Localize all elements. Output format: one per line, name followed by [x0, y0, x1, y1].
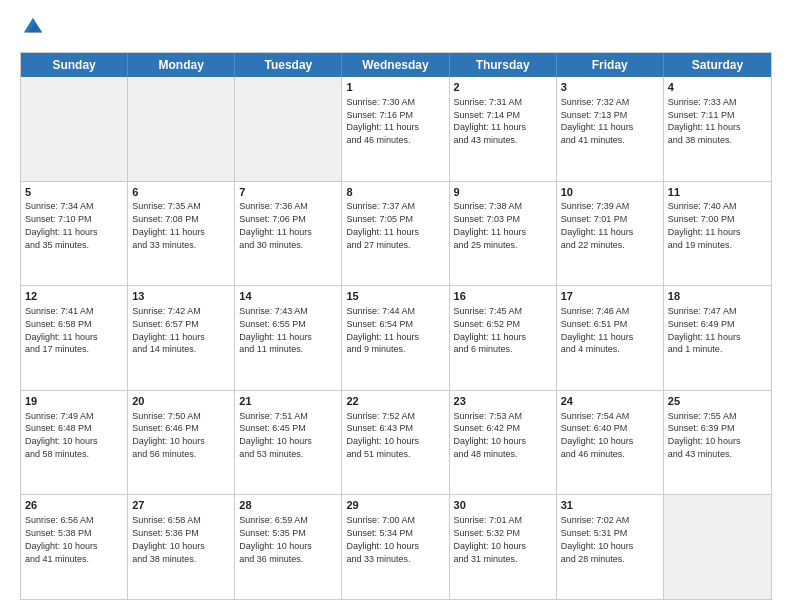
day-cell-23: 23Sunrise: 7:53 AM Sunset: 6:42 PM Dayli…: [450, 391, 557, 495]
day-info: Sunrise: 7:49 AM Sunset: 6:48 PM Dayligh…: [25, 411, 98, 459]
day-number: 10: [561, 185, 659, 200]
day-cell-9: 9Sunrise: 7:38 AM Sunset: 7:03 PM Daylig…: [450, 182, 557, 286]
day-cell-6: 6Sunrise: 7:35 AM Sunset: 7:08 PM Daylig…: [128, 182, 235, 286]
calendar-row-2: 12Sunrise: 7:41 AM Sunset: 6:58 PM Dayli…: [21, 285, 771, 390]
day-info: Sunrise: 7:45 AM Sunset: 6:52 PM Dayligh…: [454, 306, 527, 354]
day-info: Sunrise: 7:01 AM Sunset: 5:32 PM Dayligh…: [454, 515, 527, 563]
day-number: 13: [132, 289, 230, 304]
day-cell-26: 26Sunrise: 6:56 AM Sunset: 5:38 PM Dayli…: [21, 495, 128, 599]
day-number: 15: [346, 289, 444, 304]
weekday-header-sunday: Sunday: [21, 53, 128, 77]
day-cell-28: 28Sunrise: 6:59 AM Sunset: 5:35 PM Dayli…: [235, 495, 342, 599]
day-info: Sunrise: 7:35 AM Sunset: 7:08 PM Dayligh…: [132, 201, 205, 249]
day-info: Sunrise: 7:54 AM Sunset: 6:40 PM Dayligh…: [561, 411, 634, 459]
day-cell-3: 3Sunrise: 7:32 AM Sunset: 7:13 PM Daylig…: [557, 77, 664, 181]
calendar-row-0: 1Sunrise: 7:30 AM Sunset: 7:16 PM Daylig…: [21, 77, 771, 181]
day-info: Sunrise: 7:51 AM Sunset: 6:45 PM Dayligh…: [239, 411, 312, 459]
day-cell-11: 11Sunrise: 7:40 AM Sunset: 7:00 PM Dayli…: [664, 182, 771, 286]
day-number: 8: [346, 185, 444, 200]
day-number: 14: [239, 289, 337, 304]
day-info: Sunrise: 7:39 AM Sunset: 7:01 PM Dayligh…: [561, 201, 634, 249]
calendar-body: 1Sunrise: 7:30 AM Sunset: 7:16 PM Daylig…: [21, 77, 771, 599]
calendar: SundayMondayTuesdayWednesdayThursdayFrid…: [20, 52, 772, 600]
logo-icon: [22, 16, 44, 38]
day-info: Sunrise: 7:33 AM Sunset: 7:11 PM Dayligh…: [668, 97, 741, 145]
day-number: 11: [668, 185, 767, 200]
weekday-header-tuesday: Tuesday: [235, 53, 342, 77]
day-number: 30: [454, 498, 552, 513]
day-info: Sunrise: 7:00 AM Sunset: 5:34 PM Dayligh…: [346, 515, 419, 563]
day-cell-1: 1Sunrise: 7:30 AM Sunset: 7:16 PM Daylig…: [342, 77, 449, 181]
header: [20, 16, 772, 42]
day-number: 28: [239, 498, 337, 513]
day-info: Sunrise: 7:52 AM Sunset: 6:43 PM Dayligh…: [346, 411, 419, 459]
weekday-header-saturday: Saturday: [664, 53, 771, 77]
day-cell-25: 25Sunrise: 7:55 AM Sunset: 6:39 PM Dayli…: [664, 391, 771, 495]
day-number: 21: [239, 394, 337, 409]
day-info: Sunrise: 7:36 AM Sunset: 7:06 PM Dayligh…: [239, 201, 312, 249]
weekday-header-friday: Friday: [557, 53, 664, 77]
day-cell-4: 4Sunrise: 7:33 AM Sunset: 7:11 PM Daylig…: [664, 77, 771, 181]
day-number: 4: [668, 80, 767, 95]
logo: [20, 16, 46, 42]
day-info: Sunrise: 7:50 AM Sunset: 6:46 PM Dayligh…: [132, 411, 205, 459]
day-info: Sunrise: 7:46 AM Sunset: 6:51 PM Dayligh…: [561, 306, 634, 354]
day-cell-8: 8Sunrise: 7:37 AM Sunset: 7:05 PM Daylig…: [342, 182, 449, 286]
day-cell-19: 19Sunrise: 7:49 AM Sunset: 6:48 PM Dayli…: [21, 391, 128, 495]
day-number: 5: [25, 185, 123, 200]
day-cell-16: 16Sunrise: 7:45 AM Sunset: 6:52 PM Dayli…: [450, 286, 557, 390]
day-number: 26: [25, 498, 123, 513]
day-info: Sunrise: 7:34 AM Sunset: 7:10 PM Dayligh…: [25, 201, 98, 249]
day-cell-7: 7Sunrise: 7:36 AM Sunset: 7:06 PM Daylig…: [235, 182, 342, 286]
day-number: 18: [668, 289, 767, 304]
day-info: Sunrise: 7:43 AM Sunset: 6:55 PM Dayligh…: [239, 306, 312, 354]
day-cell-20: 20Sunrise: 7:50 AM Sunset: 6:46 PM Dayli…: [128, 391, 235, 495]
day-cell-18: 18Sunrise: 7:47 AM Sunset: 6:49 PM Dayli…: [664, 286, 771, 390]
day-info: Sunrise: 7:31 AM Sunset: 7:14 PM Dayligh…: [454, 97, 527, 145]
day-number: 16: [454, 289, 552, 304]
day-cell-30: 30Sunrise: 7:01 AM Sunset: 5:32 PM Dayli…: [450, 495, 557, 599]
empty-cell-0-1: [128, 77, 235, 181]
calendar-row-3: 19Sunrise: 7:49 AM Sunset: 6:48 PM Dayli…: [21, 390, 771, 495]
day-info: Sunrise: 6:56 AM Sunset: 5:38 PM Dayligh…: [25, 515, 98, 563]
day-info: Sunrise: 7:53 AM Sunset: 6:42 PM Dayligh…: [454, 411, 527, 459]
day-info: Sunrise: 7:42 AM Sunset: 6:57 PM Dayligh…: [132, 306, 205, 354]
day-number: 22: [346, 394, 444, 409]
day-number: 23: [454, 394, 552, 409]
weekday-header-monday: Monday: [128, 53, 235, 77]
calendar-row-4: 26Sunrise: 6:56 AM Sunset: 5:38 PM Dayli…: [21, 494, 771, 599]
empty-cell-0-2: [235, 77, 342, 181]
day-number: 3: [561, 80, 659, 95]
day-info: Sunrise: 7:02 AM Sunset: 5:31 PM Dayligh…: [561, 515, 634, 563]
day-number: 31: [561, 498, 659, 513]
day-number: 9: [454, 185, 552, 200]
weekday-header-wednesday: Wednesday: [342, 53, 449, 77]
day-cell-5: 5Sunrise: 7:34 AM Sunset: 7:10 PM Daylig…: [21, 182, 128, 286]
day-number: 20: [132, 394, 230, 409]
day-number: 17: [561, 289, 659, 304]
day-cell-15: 15Sunrise: 7:44 AM Sunset: 6:54 PM Dayli…: [342, 286, 449, 390]
day-info: Sunrise: 7:38 AM Sunset: 7:03 PM Dayligh…: [454, 201, 527, 249]
day-info: Sunrise: 7:37 AM Sunset: 7:05 PM Dayligh…: [346, 201, 419, 249]
empty-cell-4-6: [664, 495, 771, 599]
day-cell-13: 13Sunrise: 7:42 AM Sunset: 6:57 PM Dayli…: [128, 286, 235, 390]
day-number: 27: [132, 498, 230, 513]
day-cell-31: 31Sunrise: 7:02 AM Sunset: 5:31 PM Dayli…: [557, 495, 664, 599]
day-cell-17: 17Sunrise: 7:46 AM Sunset: 6:51 PM Dayli…: [557, 286, 664, 390]
day-info: Sunrise: 7:47 AM Sunset: 6:49 PM Dayligh…: [668, 306, 741, 354]
weekday-header-thursday: Thursday: [450, 53, 557, 77]
day-cell-10: 10Sunrise: 7:39 AM Sunset: 7:01 PM Dayli…: [557, 182, 664, 286]
day-number: 24: [561, 394, 659, 409]
day-cell-24: 24Sunrise: 7:54 AM Sunset: 6:40 PM Dayli…: [557, 391, 664, 495]
day-number: 19: [25, 394, 123, 409]
calendar-row-1: 5Sunrise: 7:34 AM Sunset: 7:10 PM Daylig…: [21, 181, 771, 286]
day-cell-14: 14Sunrise: 7:43 AM Sunset: 6:55 PM Dayli…: [235, 286, 342, 390]
day-info: Sunrise: 7:40 AM Sunset: 7:00 PM Dayligh…: [668, 201, 741, 249]
day-info: Sunrise: 7:32 AM Sunset: 7:13 PM Dayligh…: [561, 97, 634, 145]
day-number: 29: [346, 498, 444, 513]
page: SundayMondayTuesdayWednesdayThursdayFrid…: [0, 0, 792, 612]
day-number: 2: [454, 80, 552, 95]
empty-cell-0-0: [21, 77, 128, 181]
calendar-header: SundayMondayTuesdayWednesdayThursdayFrid…: [21, 53, 771, 77]
day-number: 7: [239, 185, 337, 200]
